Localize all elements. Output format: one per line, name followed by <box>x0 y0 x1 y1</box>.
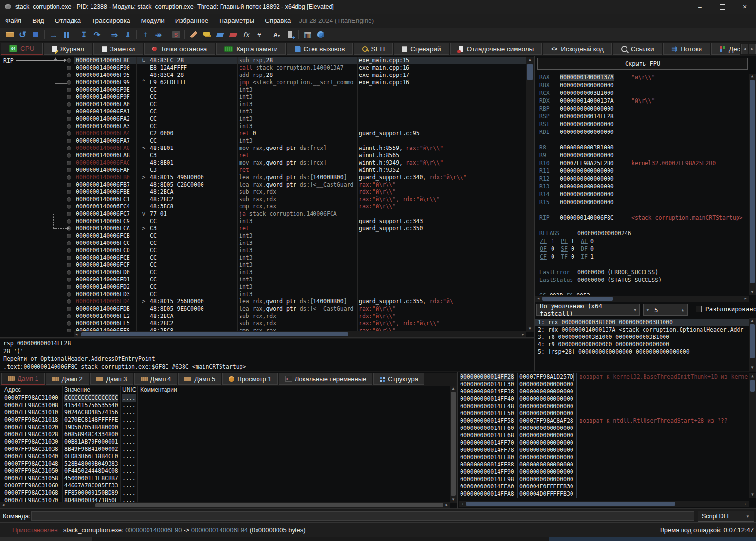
breakpoint-list-icon[interactable] <box>226 29 240 41</box>
stack-row[interactable]: 000000000014FF400000000000000000 <box>458 395 749 403</box>
tab-журнал[interactable]: Журнал <box>44 43 92 55</box>
run-to-user-code-icon[interactable] <box>152 29 165 41</box>
stack-row[interactable]: 000000000014FF300000000000000000 <box>458 381 749 388</box>
register-row[interactable]: RCX00000000003B1000 <box>535 89 749 97</box>
breakpoint-bullet[interactable] <box>63 174 74 181</box>
disasm-row[interactable]: 0000000140006FD1CCint3 <box>0 276 526 283</box>
menu-item[interactable]: Модули <box>135 17 169 24</box>
breakpoint-bullet[interactable] <box>63 313 74 320</box>
menu-item[interactable]: Трассировка <box>86 17 135 24</box>
disasm-row[interactable]: 0000000140006FA3CCint3 <box>0 123 526 130</box>
disasm-row[interactable]: 0000000140006FD0CCint3 <box>0 269 526 276</box>
argument-row[interactable]: 4: r9 0000000000000000 0000000000000000 <box>535 341 749 348</box>
tab-cpu[interactable]: CPU <box>1 43 43 55</box>
dump-row[interactable]: 00007FF98AC31068FF8500000150BD89.... <box>0 489 450 497</box>
register-row[interactable]: RDI0000000000000000 <box>535 128 749 136</box>
argument-row[interactable]: 5: [rsp+28] 0000000000000000 00000000000… <box>535 348 749 355</box>
breakpoint-bullet[interactable] <box>63 196 74 203</box>
breakpoint-bullet[interactable] <box>63 327 74 332</box>
menu-item[interactable]: Параметры <box>214 17 259 24</box>
maximize-button[interactable] <box>711 0 734 14</box>
breakpoint-bullet[interactable] <box>63 218 74 225</box>
dump-hscrollbar[interactable]: ◄ ► <box>0 502 450 508</box>
tab-scroll-right-icon[interactable]: ► <box>749 44 756 54</box>
breakpoint-bullet[interactable] <box>63 283 74 291</box>
dump-row[interactable]: 00007FF98AC310500F445024448D4C08.... <box>0 467 450 475</box>
dump-tab-дамп-2[interactable]: Дамп 2 <box>46 373 89 385</box>
animate-into-icon[interactable] <box>108 29 121 41</box>
stepper-up-icon[interactable]: ▲ <box>679 308 687 312</box>
breakpoint-bullet[interactable] <box>63 145 74 152</box>
disasm-row[interactable]: 0000000140006FDB48:8D05 9E6C0000lea rax,… <box>0 305 526 313</box>
menu-item[interactable]: Файл <box>0 17 27 24</box>
disasm-row[interactable]: 0000000140006FAC48:8B01mov rax,qword ptr… <box>0 159 526 167</box>
dump-row[interactable]: 00007FF98AC310180270EC8148FFFFFE.... <box>0 416 450 424</box>
argument-row[interactable]: 1: rcx 00000000003B1000 00000000003B1000 <box>535 319 749 326</box>
breakpoint-bullet[interactable] <box>63 261 74 269</box>
breakpoint-bullet[interactable] <box>63 167 74 174</box>
dump-tab-дамп-5[interactable]: Дамп 5 <box>178 373 221 385</box>
register-row[interactable]: RBP0000000000000000 <box>535 105 749 112</box>
disasm-row[interactable]: 0000000140006FD3CCint3 <box>0 291 526 298</box>
stack-row[interactable]: 000000000014FF880000000000000000 <box>458 461 749 468</box>
execute-till-return-icon[interactable] <box>139 29 152 41</box>
dump-row[interactable]: 00007FF98AC3106044667A78C085FF33.... <box>0 482 450 489</box>
flag-name[interactable]: TF <box>561 253 568 261</box>
command-input[interactable] <box>31 511 694 521</box>
step-into-icon[interactable] <box>77 29 91 41</box>
flag-name[interactable]: DF <box>581 245 588 253</box>
breakpoint-bullet[interactable] <box>63 320 74 327</box>
disasm-row[interactable]: 0000000140006FCFCCint3 <box>0 261 526 269</box>
dump-row[interactable]: 00007FF98AC31000CCCCCCCCCCCCCCCC.... <box>0 394 450 402</box>
breakpoint-bullet[interactable] <box>63 210 74 218</box>
menu-item[interactable]: Вид <box>27 17 49 24</box>
dump-vscrollbar[interactable]: ▲ ▼ <box>450 386 457 503</box>
disasm-row[interactable]: 0000000140006FB0>48:8D15 496B0000lea rdx… <box>0 174 526 181</box>
dump-row[interactable]: 00007FF98AC310109024AC8D48574156.... <box>0 409 450 416</box>
menu-item[interactable]: Избранное <box>170 17 214 24</box>
tab-стек-вызовов[interactable]: Стек вызовов <box>287 43 353 55</box>
flag-name[interactable]: OF <box>540 245 547 253</box>
stack-row[interactable]: 000000000014FF680000000000000000 <box>458 432 749 439</box>
disasm-row[interactable]: 0000000140006F9FCCint3 <box>0 93 526 101</box>
script-type-select[interactable]: Script DLL ▼ <box>698 511 754 522</box>
register-row[interactable]: RSI0000000000000000 <box>535 120 749 128</box>
tab-seh[interactable]: SEH <box>354 43 393 55</box>
disasm-row[interactable]: 0000000140006FAFC3retwinnt.h:9352 <box>0 167 526 174</box>
disasm-row[interactable]: 0000000140006FC9CCint3guard_support.c:34… <box>0 218 526 225</box>
disasm-row[interactable]: 0000000140006FA0CCint3 <box>0 101 526 108</box>
animate-over-icon[interactable] <box>121 29 134 41</box>
dump-row[interactable]: 00007FF98AC310084154415756535540.... <box>0 402 450 409</box>
stack-vscrollbar[interactable]: ▲ ▼ <box>749 373 756 498</box>
breakpoint-bullet[interactable] <box>63 72 74 79</box>
disasm-row[interactable]: 0000000140006FCCCCint3 <box>0 240 526 247</box>
breakpoint-bullet[interactable] <box>63 269 74 276</box>
breakpoint-bullet[interactable] <box>63 298 74 305</box>
argument-count-stepper[interactable]: ▼ 5 ▲ <box>643 304 688 316</box>
patch-icon[interactable] <box>187 29 200 41</box>
register-row[interactable]: R150000000000000000 <box>535 198 749 206</box>
breakpoint-bullet[interactable] <box>63 137 74 145</box>
disasm-row[interactable]: 0000000140006F99^E9 62FDFFFFjmp <stack_c… <box>0 79 526 86</box>
stack-row[interactable]: 000000000014FF2800007FF98A1D257Dвозврат … <box>458 373 749 381</box>
dump-row[interactable]: 00007FF98AC3103000B81AB70F000001.... <box>0 438 450 446</box>
stack-row[interactable]: 000000000014FF380000000000000000 <box>458 388 749 395</box>
disasm-row[interactable]: 0000000140006FA8>48:8B01mov rax,qword pt… <box>0 145 526 152</box>
dump-tab-дамп-3[interactable]: Дамп 3 <box>90 373 133 385</box>
flag-name[interactable]: SF <box>561 245 568 253</box>
register-row[interactable]: RDX000000014000137A"й\r\\" <box>535 97 749 105</box>
disasm-row[interactable]: 0000000140006F90E8 12A4FFFFcall stack_co… <box>0 64 526 72</box>
disasm-row[interactable]: 0000000140006FC148:2BC2sub rax,rdxrax:"й… <box>0 196 526 203</box>
disasm-row[interactable]: 0000000140006FC448:3BC8cmp rcx,raxrax:"й… <box>0 203 526 210</box>
calling-convention-select[interactable]: По умолчанию (x64 fastcall) ▼ <box>536 304 640 316</box>
disasm-row[interactable]: 0000000140006FA4C2 0000ret 0guard_suppor… <box>0 130 526 137</box>
dump-tab-дамп-4[interactable]: Дамп 4 <box>134 373 178 385</box>
breakpoint-bullet[interactable] <box>63 291 74 298</box>
dump-row[interactable]: 00007FF98AC31048528B48000B049383.... <box>0 460 450 467</box>
dump-header-unic[interactable]: UNIC <box>122 386 136 393</box>
breakpoint-bullet[interactable] <box>63 108 74 115</box>
disasm-row[interactable]: 0000000140006FA1CCint3 <box>0 108 526 115</box>
disasm-row[interactable]: 0000000140006F9548:83C4 28add rsp,28exe_… <box>0 72 526 79</box>
stack-row[interactable]: 000000000014FF500000000000000000 <box>458 410 749 417</box>
breakpoint-bullet[interactable] <box>63 276 74 283</box>
